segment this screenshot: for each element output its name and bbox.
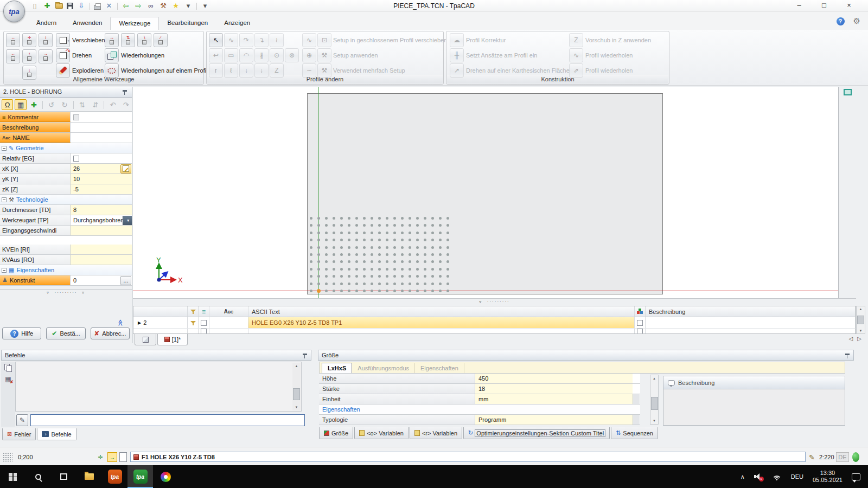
- property-checkbox[interactable]: [73, 114, 79, 120]
- collapse-box-icon[interactable]: [2, 268, 7, 273]
- delete-icon[interactable]: ✕: [105, 2, 113, 10]
- abbrechen-button[interactable]: ✘Abbrec...: [91, 328, 130, 339]
- wifi-icon[interactable]: [772, 473, 782, 480]
- tab-optimierung[interactable]: ↻Optimierungseinstellungen-Sektion Custo…: [463, 427, 610, 439]
- menu-tab-anzeigen[interactable]: Anzeigen: [216, 17, 258, 30]
- center-y-tool[interactable]: ↕: [39, 33, 53, 47]
- collapse-panel-icon[interactable]: ≪: [117, 319, 125, 326]
- close-button[interactable]: ×: [837, 0, 861, 12]
- scrollbar-thumb[interactable]: [651, 397, 658, 410]
- tab-sequenzen[interactable]: ⇅Sequenzen: [611, 427, 658, 439]
- tab-o-variablen[interactable]: <o> Variablen: [354, 427, 409, 439]
- scroll-up-icon[interactable]: ▲: [295, 364, 298, 368]
- scroll-down-icon[interactable]: ▼: [859, 329, 863, 333]
- properties-column-header[interactable]: [635, 306, 646, 317]
- groesse-scrollbar[interactable]: ▲ ▼: [650, 375, 659, 425]
- scroll-right-icon[interactable]: ▷: [857, 336, 861, 342]
- row-eingangsgeschwindigkeit[interactable]: Eingangsgeschwindi: [0, 226, 132, 236]
- center-xy-tool[interactable]: ✛: [22, 33, 36, 47]
- beschreibung-content[interactable]: [663, 389, 845, 425]
- ascii-text-column-header[interactable]: ASCII Text: [248, 306, 635, 317]
- wiederholungen-profil-button[interactable]: [105, 63, 119, 78]
- open-icon[interactable]: [55, 3, 63, 9]
- start-button[interactable]: [0, 465, 25, 488]
- row-yk[interactable]: yK [Y]10: [0, 174, 132, 184]
- rotate-left-icon[interactable]: ↺: [46, 99, 57, 110]
- view-tab-piece[interactable]: [135, 334, 156, 345]
- table-view-icon[interactable]: ▦: [15, 99, 26, 110]
- volume-muted-icon[interactable]: ×: [754, 473, 763, 480]
- row-xk[interactable]: xK [X]26: [0, 164, 132, 174]
- row-kvaus[interactable]: KVAus [RO]: [0, 255, 132, 265]
- drawing-area[interactable]: Y X: [133, 87, 838, 298]
- gear-icon[interactable]: ⚙: [853, 16, 860, 26]
- add-node-icon[interactable]: ✚: [28, 99, 40, 110]
- parametric-icon[interactable]: Ω: [2, 99, 13, 110]
- sort-up-icon[interactable]: ⇅: [76, 99, 88, 110]
- fit-view-icon[interactable]: →: [107, 452, 117, 462]
- scroll-up-icon[interactable]: ▲: [859, 307, 863, 311]
- groesse-tab-eigenschaften[interactable]: Eigenschaften: [415, 363, 464, 373]
- table-delete-icon[interactable]: ▦: [5, 375, 11, 383]
- align-left-tool[interactable]: ←: [6, 49, 20, 63]
- scroll-down-icon[interactable]: ▼: [653, 419, 656, 423]
- size-value[interactable]: 18: [475, 384, 633, 394]
- undo-icon[interactable]: ↶: [107, 99, 118, 110]
- keyboard-language[interactable]: DEU: [791, 473, 803, 480]
- drehen-button[interactable]: [56, 48, 70, 62]
- property-value[interactable]: [71, 123, 132, 132]
- filter-column-header[interactable]: [188, 306, 199, 317]
- tpa-logo-button[interactable]: tpa: [3, 1, 25, 22]
- edit-value-button[interactable]: [120, 164, 131, 174]
- view-tab-face-1[interactable]: [1]*: [157, 334, 188, 345]
- row-konstrukt[interactable]: ♟Konstrukt0…: [0, 275, 132, 286]
- row-typologie[interactable]: TypologieProgramm: [319, 415, 640, 425]
- hilfe-button[interactable]: ?Hilfe: [2, 328, 41, 339]
- property-value[interactable]: [71, 245, 132, 254]
- row-relativ[interactable]: Relativ [EG]: [0, 153, 132, 164]
- tab-befehle[interactable]: ›Befehle: [37, 428, 76, 440]
- property-value[interactable]: 26: [71, 164, 132, 174]
- search-button[interactable]: [25, 465, 51, 488]
- property-value[interactable]: [71, 153, 132, 163]
- property-value[interactable]: 10: [71, 174, 132, 184]
- page-icon[interactable]: [119, 452, 127, 462]
- scroll-up-icon[interactable]: ▲: [653, 376, 656, 381]
- property-value[interactable]: 8: [71, 205, 132, 215]
- program-row-partial[interactable]: [133, 328, 856, 334]
- row-beschreibung[interactable]: Beschreibung: [0, 123, 132, 133]
- befehle-scrollbar[interactable]: ▲ ▼: [292, 363, 301, 410]
- explorer-button[interactable]: [76, 465, 102, 488]
- tab-r-variablen[interactable]: <r> Variablen: [410, 427, 462, 439]
- align-bottom-tool[interactable]: ↓: [22, 66, 36, 80]
- more-options-button[interactable]: …: [120, 276, 131, 285]
- row-checkbox[interactable]: [201, 329, 207, 334]
- menu-tab-anwenden[interactable]: Anwenden: [65, 17, 110, 30]
- action-center-icon[interactable]: [852, 473, 860, 480]
- command-edit-button[interactable]: ✎: [16, 414, 28, 426]
- section-geometrie[interactable]: ✎Geometrie: [0, 143, 132, 153]
- explodieren-button[interactable]: [56, 63, 70, 78]
- property-value[interactable]: Durchgangsbohrer▼: [71, 215, 132, 225]
- scrollbar-thumb[interactable]: [857, 316, 864, 324]
- maximize-button[interactable]: □: [812, 0, 837, 12]
- command-input-field[interactable]: [30, 414, 305, 426]
- size-value[interactable]: 450: [475, 374, 633, 383]
- redo-icon[interactable]: ↷: [120, 99, 132, 110]
- row-checkbox[interactable]: [201, 320, 207, 326]
- groesse-tab-ausführungsmodus[interactable]: Ausführungsmodus: [352, 363, 415, 373]
- horizontal-splitter[interactable]: ▿ ·········: [133, 298, 856, 306]
- cell-button[interactable]: [633, 394, 640, 404]
- new-file-icon[interactable]: ▯: [30, 2, 39, 10]
- property-value[interactable]: [71, 226, 132, 235]
- size-value[interactable]: mm: [475, 394, 633, 404]
- property-value[interactable]: [71, 112, 132, 122]
- pin-icon[interactable]: [845, 352, 850, 359]
- copy-pages-icon[interactable]: [4, 364, 12, 371]
- paint-app[interactable]: [153, 465, 178, 488]
- tpa-orange-app[interactable]: tpa: [102, 465, 127, 488]
- find-icon[interactable]: ∞: [146, 2, 155, 10]
- beschreibung-column-header[interactable]: Beschreibung: [646, 306, 856, 317]
- property-value[interactable]: [71, 133, 132, 143]
- row-staerke[interactable]: Stärke18: [319, 384, 640, 394]
